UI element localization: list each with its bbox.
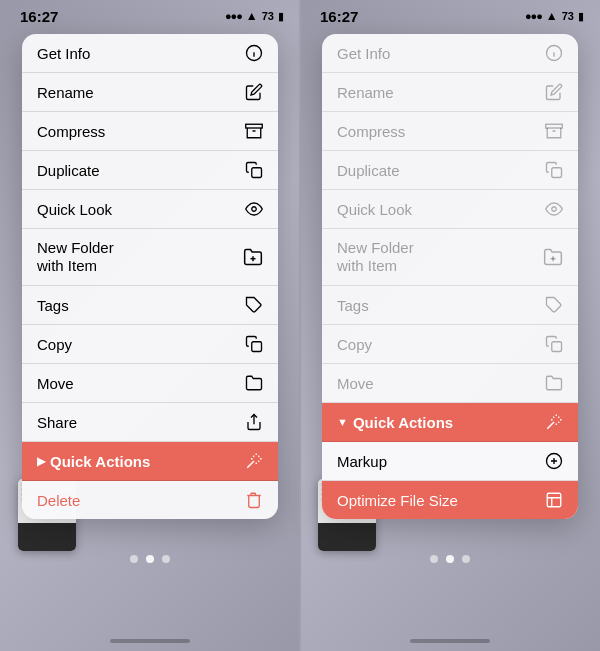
- menu-item-copy[interactable]: Copy: [22, 325, 278, 364]
- menu-label-new-folder: New Folderwith Item: [37, 239, 114, 275]
- menu-item-new-folder[interactable]: New Folderwith Item: [22, 229, 278, 286]
- svg-rect-3: [246, 124, 263, 128]
- archive-icon-r: [545, 122, 563, 140]
- menu-item-markup[interactable]: Markup: [322, 442, 578, 481]
- quick-actions-label: Quick Actions: [353, 414, 453, 431]
- menu-label-get-info-r: Get Info: [337, 45, 390, 62]
- svg-point-6: [252, 207, 257, 212]
- menu-item-get-info-r[interactable]: Get Info: [322, 34, 578, 73]
- menu-label-quick-look-r: Quick Look: [337, 201, 412, 218]
- menu-label-copy: Copy: [37, 336, 72, 353]
- screen-left: Get Info Rename Compress Duplicate Quick…: [0, 0, 300, 651]
- optimize-icon: [545, 491, 563, 509]
- tag-icon-r: [545, 296, 563, 314]
- duplicate-icon: [245, 161, 263, 179]
- dot: [462, 555, 470, 563]
- home-indicator-left: [110, 639, 190, 643]
- menu-item-compress-r[interactable]: Compress: [322, 112, 578, 151]
- menu-label-tags: Tags: [37, 297, 69, 314]
- menu-label-rename: Rename: [37, 84, 94, 101]
- menu-label-rename-r: Rename: [337, 84, 394, 101]
- tag-icon: [245, 296, 263, 314]
- menu-label-duplicate: Duplicate: [37, 162, 100, 179]
- menu-label-duplicate-r: Duplicate: [337, 162, 400, 179]
- svg-rect-22: [552, 342, 562, 352]
- svg-rect-24: [547, 493, 561, 507]
- bg-dots-left: [0, 555, 300, 563]
- folder-badge-icon: [243, 247, 263, 267]
- battery-left: 73: [262, 10, 274, 22]
- battery-icon-left: ▮: [278, 10, 284, 23]
- copy-icon: [245, 335, 263, 353]
- menu-item-quick-look[interactable]: Quick Look: [22, 190, 278, 229]
- status-icons-right: ●●● ▲ 73 ▮: [525, 9, 584, 23]
- status-bar-left: 16:27 ●●● ▲ 73 ▮: [0, 0, 300, 30]
- menu-item-optimize[interactable]: Optimize File Size: [322, 481, 578, 519]
- menu-item-quick-actions[interactable]: ▶ Quick Actions: [22, 442, 278, 481]
- folder-icon-r: [545, 374, 563, 392]
- menu-item-duplicate-r[interactable]: Duplicate: [322, 151, 578, 190]
- svg-rect-5: [252, 168, 262, 178]
- menu-item-move-r[interactable]: Move: [322, 364, 578, 403]
- eye-icon: [245, 200, 263, 218]
- menu-label-move: Move: [37, 375, 74, 392]
- dot-active: [146, 555, 154, 563]
- menu-item-quick-look-r[interactable]: Quick Look: [322, 190, 578, 229]
- menu-item-rename-r[interactable]: Rename: [322, 73, 578, 112]
- archive-icon: [245, 122, 263, 140]
- info-icon: [245, 44, 263, 62]
- svg-rect-10: [252, 342, 262, 352]
- signal-icon-right: ●●●: [525, 10, 542, 22]
- menu-item-delete[interactable]: Delete: [22, 481, 278, 519]
- menu-label-optimize: Optimize File Size: [337, 492, 458, 509]
- chevron-down-icon: ▼: [337, 416, 348, 428]
- menu-label-tags-r: Tags: [337, 297, 369, 314]
- time-right: 16:27: [320, 8, 358, 25]
- battery-icon-right: ▮: [578, 10, 584, 23]
- screen-right: Get Info Rename Compress Duplicate Quick…: [300, 0, 600, 651]
- menu-item-move[interactable]: Move: [22, 364, 278, 403]
- bg-dots-right: [300, 555, 600, 563]
- context-menu-left: Get Info Rename Compress Duplicate Quick…: [22, 34, 278, 519]
- menu-item-get-info[interactable]: Get Info: [22, 34, 278, 73]
- svg-point-18: [552, 207, 557, 212]
- menu-item-rename[interactable]: Rename: [22, 73, 278, 112]
- chevron-right-icon: ▶: [37, 455, 45, 468]
- duplicate-icon-r: [545, 161, 563, 179]
- pencil-icon-r: [545, 83, 563, 101]
- menu-label-compress: Compress: [37, 123, 105, 140]
- menu-label-move-r: Move: [337, 375, 374, 392]
- menu-item-copy-r[interactable]: Copy: [322, 325, 578, 364]
- menu-item-tags-r[interactable]: Tags: [322, 286, 578, 325]
- dot: [130, 555, 138, 563]
- signal-icon-left: ●●●: [225, 10, 242, 22]
- time-left: 16:27: [20, 8, 58, 25]
- wand-icon-r: [545, 413, 563, 431]
- battery-right: 73: [562, 10, 574, 22]
- copy-icon-r: [545, 335, 563, 353]
- menu-label-delete: Delete: [37, 492, 80, 509]
- trash-icon: [245, 491, 263, 509]
- dot-active: [446, 555, 454, 563]
- eye-icon-r: [545, 200, 563, 218]
- menu-item-tags[interactable]: Tags: [22, 286, 278, 325]
- menu-item-share[interactable]: Share: [22, 403, 278, 442]
- menu-label-quick-actions: Quick Actions: [50, 453, 150, 470]
- menu-label-copy-r: Copy: [337, 336, 372, 353]
- dot: [430, 555, 438, 563]
- info-icon-r: [545, 44, 563, 62]
- dot: [162, 555, 170, 563]
- menu-label-new-folder-r: New Folderwith Item: [337, 239, 414, 275]
- menu-label-compress-r: Compress: [337, 123, 405, 140]
- wand-icon: [245, 452, 263, 470]
- menu-label-markup: Markup: [337, 453, 387, 470]
- quick-actions-header[interactable]: ▼ Quick Actions: [322, 403, 578, 442]
- menu-label-get-info: Get Info: [37, 45, 90, 62]
- menu-item-new-folder-r[interactable]: New Folderwith Item: [322, 229, 578, 286]
- wifi-icon-right: ▲: [546, 9, 558, 23]
- context-menu-right: Get Info Rename Compress Duplicate Quick…: [322, 34, 578, 519]
- menu-item-duplicate[interactable]: Duplicate: [22, 151, 278, 190]
- pencil-icon: [245, 83, 263, 101]
- folder-badge-icon-r: [543, 247, 563, 267]
- menu-item-compress[interactable]: Compress: [22, 112, 278, 151]
